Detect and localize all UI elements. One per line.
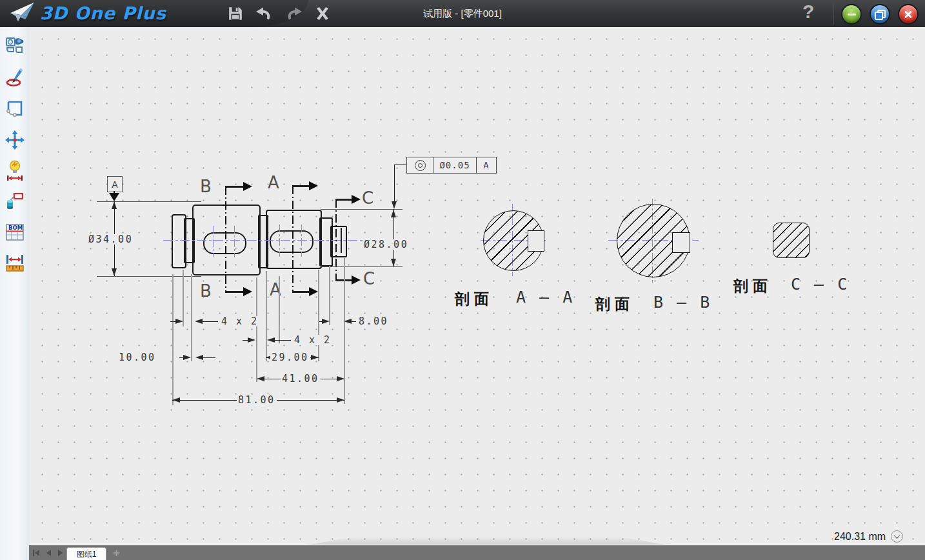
- close-document-button[interactable]: [314, 5, 331, 22]
- dim-text-key2: 4 x 2: [293, 335, 333, 345]
- ext-x533: [344, 258, 345, 404]
- minimize-icon: [848, 14, 856, 15]
- title-bar: 3D One Plus: [0, 0, 925, 28]
- d34-ext-bottom: [97, 276, 201, 277]
- bb-label-name: B — B: [653, 293, 711, 312]
- redo-icon: [285, 6, 302, 21]
- sidebar-item-dimension-ruler[interactable]: [5, 254, 25, 273]
- auto-dimension-icon: [6, 160, 24, 181]
- ext-x296: [191, 274, 192, 361]
- d34-arrow-up: [112, 201, 117, 209]
- dim-text-d41: 41.00: [281, 374, 321, 384]
- dim-text-d28: Ø28.00: [363, 239, 410, 250]
- cutting-plane-a: [292, 186, 293, 292]
- section-letter-b-top: B: [200, 178, 212, 195]
- bom-label: BOM: [8, 225, 23, 231]
- first-sheet-button[interactable]: [33, 549, 40, 557]
- keyway2-centermark-right: [301, 225, 302, 257]
- sidebar-item-auto-dimension[interactable]: [5, 161, 25, 180]
- key2-tail-l: [243, 340, 248, 341]
- c-arrow-bar-top: [335, 199, 352, 201]
- titlebar-separator: [833, 3, 834, 25]
- a-arrow-bottom: [309, 287, 318, 296]
- scale-dropdown-button[interactable]: [891, 530, 903, 543]
- d28-arrow-up: [391, 210, 396, 217]
- dim-text-d34: Ø34.00: [87, 234, 134, 245]
- sheet-bar: 图纸1 +: [29, 545, 925, 560]
- c-arrow-top: [352, 195, 361, 204]
- key1-arrow-r: [195, 319, 203, 324]
- restore-button[interactable]: [870, 4, 890, 25]
- keyway1-centermark-left: [213, 226, 214, 257]
- dim-text-d81: 81.00: [237, 395, 277, 405]
- sidebar-item-bom-table[interactable]: BOM: [5, 223, 25, 242]
- redo-button[interactable]: [285, 5, 302, 22]
- dim-text-d29: 29.00: [270, 352, 310, 363]
- d41-arrow-r: [337, 376, 344, 381]
- cutting-plane-c: [335, 199, 337, 281]
- sidebar-item-solid-shapes[interactable]: [5, 36, 25, 55]
- ext-x283: [183, 270, 184, 326]
- move-arrows-icon: [5, 130, 25, 150]
- d41-arrow-l: [257, 376, 264, 381]
- scale-display: 240.31 mm: [834, 530, 903, 543]
- sheet-tab[interactable]: 图纸1: [66, 547, 106, 560]
- aa-label-prefix: 剖面: [455, 289, 493, 309]
- sidebar-item-sketch[interactable]: [5, 68, 25, 87]
- keyway-slot-2: [270, 230, 313, 253]
- d8-tail-r: [352, 321, 356, 322]
- canvas-bottom-shadow: [306, 537, 668, 545]
- add-sheet-button[interactable]: +: [113, 546, 120, 560]
- keyway2-centermark-left: [279, 225, 280, 257]
- close-button[interactable]: [898, 4, 919, 25]
- sidebar-item-edit-curve[interactable]: [5, 99, 25, 118]
- section-letter-c-top: C: [362, 190, 373, 206]
- shaft-end-square: [330, 226, 347, 257]
- bom-table-icon: BOM: [5, 223, 25, 242]
- section-letter-c-bottom: C: [363, 270, 375, 287]
- undo-icon: [256, 6, 273, 21]
- b-arrow-top: [243, 182, 252, 191]
- d10-tail2: [203, 357, 215, 358]
- next-sheet-button[interactable]: [57, 549, 63, 557]
- a-arrow-top: [309, 181, 318, 190]
- key1-tail-r: [203, 321, 218, 322]
- fcf-box: Ø0.05 A: [406, 157, 497, 174]
- save-icon: [228, 6, 243, 21]
- key1-arrow-l: [175, 319, 183, 324]
- undo-button[interactable]: [256, 5, 273, 22]
- drawing-canvas[interactable]: B B A A C C A Ø34.00: [29, 27, 925, 545]
- app-logo-text: 3D One Plus: [40, 3, 166, 23]
- left-toolbar: BOM: [0, 27, 30, 560]
- datum-triangle: [109, 193, 119, 201]
- d8-arrow-l: [322, 319, 330, 324]
- cutting-plane-b: [225, 186, 226, 292]
- sidebar-item-move[interactable]: [5, 130, 25, 150]
- dim-text-d8: 8.00: [357, 316, 390, 326]
- d28-ext-top: [321, 209, 403, 210]
- previous-sheet-button[interactable]: [46, 549, 52, 557]
- bb-keyway-notch: [672, 232, 690, 253]
- save-button[interactable]: [227, 5, 244, 22]
- paper-plane-icon: [8, 1, 37, 25]
- d28-ext-bottom: [321, 266, 403, 267]
- edit-curve-icon: [6, 99, 24, 117]
- sidebar-item-label-callout[interactable]: [5, 192, 25, 211]
- key2-tail-r: [275, 340, 291, 341]
- fcf-leader-v: [394, 165, 395, 201]
- cc-label-name: C — C: [791, 275, 849, 294]
- help-button[interactable]: ?: [802, 1, 814, 23]
- app-window: { "titlebar": { "logo_text": "3D One Plu…: [0, 0, 925, 560]
- cc-label-prefix: 剖面: [733, 276, 772, 296]
- dim-text-d10: 10.00: [117, 352, 157, 363]
- sheet-tab-label: 图纸1: [77, 549, 97, 560]
- fcf-leader-h: [394, 165, 407, 165]
- key2-arrow-r: [267, 337, 275, 343]
- solid-shapes-icon: [5, 36, 25, 55]
- dimension-ruler-icon: [5, 254, 25, 273]
- datum-box: A: [107, 176, 123, 192]
- ext-x493: [318, 270, 319, 361]
- fcf-leader-arrow: [392, 201, 397, 209]
- scale-value: 240.31 mm: [834, 531, 886, 543]
- minimize-button[interactable]: [841, 4, 862, 25]
